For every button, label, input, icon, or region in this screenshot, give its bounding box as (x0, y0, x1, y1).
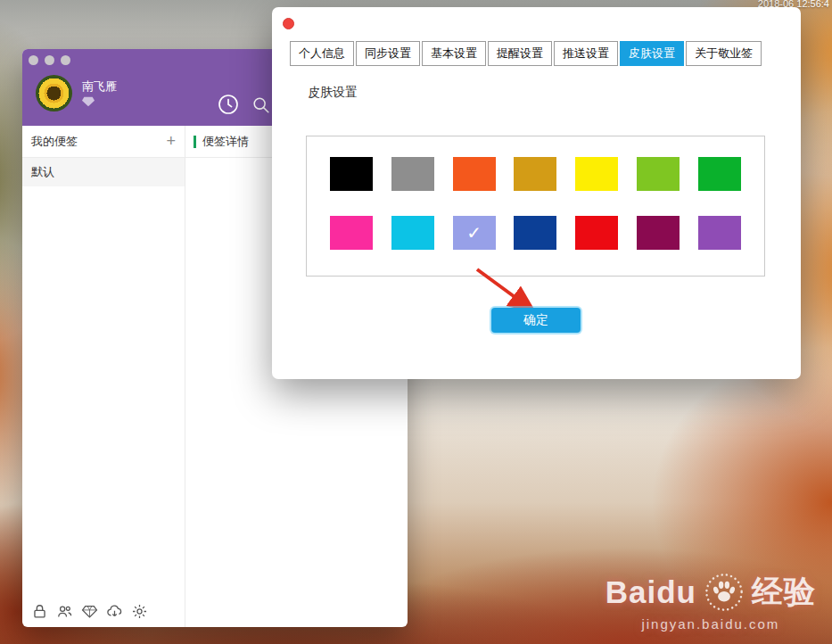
color-swatch-0c3f96[interactable] (514, 216, 556, 250)
settings-dialog: 个人信息同步设置基本设置提醒设置推送设置皮肤设置关于敬业签 皮肤设置 ✓ 确定 (272, 7, 801, 379)
note-item-label: 默认 (31, 164, 54, 180)
membership-gem-icon[interactable] (81, 603, 98, 620)
color-swatch-8a0a50[interactable] (637, 216, 680, 250)
note-list-item[interactable]: 默认 (22, 158, 185, 186)
tab-皮肤设置[interactable]: 皮肤设置 (620, 41, 684, 66)
watermark-brand-right: 经验 (752, 571, 816, 613)
detail-title: 便签详情 (202, 134, 249, 150)
user-avatar[interactable] (36, 75, 72, 111)
detail-accent-bar (194, 136, 196, 148)
baidu-watermark: Baidu 经验 jingyan.baidu.com (605, 571, 816, 632)
color-swatch-f4581c[interactable] (453, 157, 496, 191)
color-swatch-97a0e8[interactable]: ✓ (453, 216, 496, 250)
ok-button[interactable]: 确定 (491, 308, 581, 333)
color-swatch-d39c16[interactable] (514, 157, 556, 191)
lock-icon[interactable] (31, 603, 48, 620)
settings-gear-icon[interactable] (131, 603, 148, 620)
zoom-window-button[interactable] (61, 55, 70, 65)
sidebar: 我的便签 + 默认 (22, 126, 185, 627)
watermark-url: jingyan.baidu.com (605, 616, 816, 632)
color-swatch-ec0a12[interactable] (575, 216, 618, 250)
color-swatch-7fc622[interactable] (637, 157, 680, 191)
vip-diamond-icon (82, 96, 95, 107)
sidebar-header: 我的便签 + (22, 126, 185, 158)
watermark-brand-left: Baidu (605, 574, 696, 610)
history-clock-icon[interactable] (218, 94, 239, 115)
search-icon[interactable] (251, 95, 271, 115)
tab-同步设置[interactable]: 同步设置 (356, 41, 420, 66)
color-swatch-fdee02[interactable] (575, 157, 618, 191)
color-palette: ✓ (306, 136, 765, 277)
tab-推送设置[interactable]: 推送设置 (554, 41, 618, 66)
close-dialog-button[interactable] (283, 18, 294, 29)
settings-tabs: 个人信息同步设置基本设置提醒设置推送设置皮肤设置关于敬业签 (290, 41, 762, 66)
tab-提醒设置[interactable]: 提醒设置 (488, 41, 552, 66)
window-controls (29, 55, 70, 65)
bottom-toolbar (31, 603, 148, 620)
color-swatch-fa2b9e[interactable] (330, 216, 373, 250)
user-name: 南飞雁 (82, 78, 117, 95)
team-users-icon[interactable] (56, 603, 73, 620)
cloud-sync-icon[interactable] (106, 603, 123, 620)
color-swatch-8e8e8e[interactable] (391, 157, 434, 191)
skin-section-title: 皮肤设置 (308, 85, 358, 101)
close-window-button[interactable] (29, 55, 38, 65)
color-swatch-0ab12c[interactable] (698, 157, 741, 191)
selected-check-icon: ✓ (453, 216, 496, 250)
watermark-brand-row: Baidu 经验 (605, 571, 816, 613)
color-swatch-000000[interactable] (330, 157, 373, 191)
tab-基本设置[interactable]: 基本设置 (422, 41, 486, 66)
tab-个人信息[interactable]: 个人信息 (290, 41, 354, 66)
minimize-window-button[interactable] (45, 55, 54, 65)
color-swatch-8f4cb5[interactable] (698, 216, 741, 250)
baidu-paw-logo (704, 572, 745, 613)
tab-关于敬业签[interactable]: 关于敬业签 (686, 41, 762, 66)
add-note-button[interactable]: + (166, 132, 176, 151)
sidebar-title: 我的便签 (31, 134, 78, 150)
color-swatch-0cc3e6[interactable] (391, 216, 434, 250)
